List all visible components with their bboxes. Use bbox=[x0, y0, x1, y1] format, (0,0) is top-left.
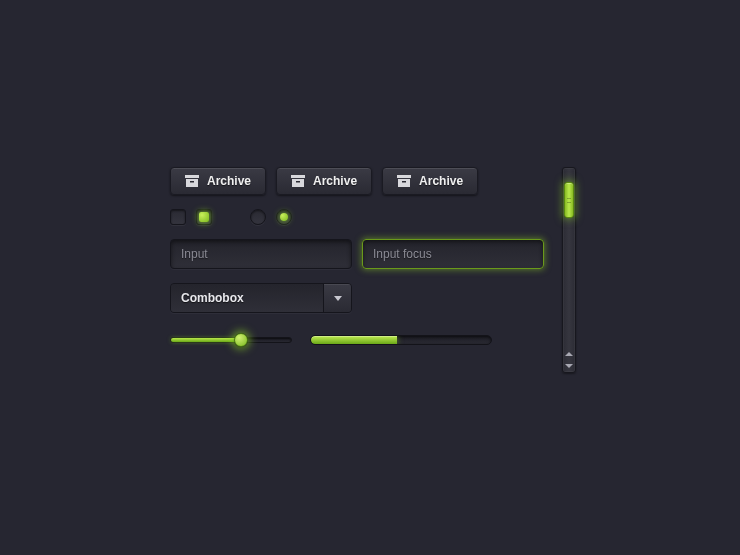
archive-icon bbox=[397, 175, 411, 187]
progress-fill bbox=[311, 336, 397, 344]
toggle-row bbox=[170, 209, 544, 225]
radio-checked[interactable] bbox=[276, 209, 292, 225]
checkbox-checked[interactable] bbox=[196, 209, 212, 225]
ui-kit-panel: Archive Archive Archive Combobox bbox=[170, 167, 544, 359]
svg-rect-4 bbox=[292, 179, 304, 187]
svg-rect-8 bbox=[402, 181, 406, 183]
svg-rect-6 bbox=[397, 175, 411, 178]
archive-icon bbox=[185, 175, 199, 187]
archive-button-3[interactable]: Archive bbox=[382, 167, 478, 195]
archive-button-2[interactable]: Archive bbox=[276, 167, 372, 195]
button-label: Archive bbox=[419, 174, 463, 188]
radio-unchecked[interactable] bbox=[250, 209, 266, 225]
text-input-focus[interactable] bbox=[362, 239, 544, 269]
svg-rect-1 bbox=[186, 179, 198, 187]
combobox-label: Combobox bbox=[171, 284, 323, 312]
progress-bar bbox=[310, 335, 492, 345]
slider-thumb[interactable] bbox=[234, 333, 248, 347]
slider-progress-row bbox=[170, 335, 544, 345]
combo-row: Combobox bbox=[170, 283, 544, 313]
scroll-up-arrow-icon[interactable] bbox=[563, 348, 575, 360]
input-row bbox=[170, 239, 544, 269]
combobox[interactable]: Combobox bbox=[170, 283, 352, 313]
button-label: Archive bbox=[207, 174, 251, 188]
svg-rect-5 bbox=[296, 181, 300, 183]
svg-rect-2 bbox=[190, 181, 194, 183]
chevron-down-icon bbox=[323, 284, 351, 312]
vertical-scrollbar[interactable] bbox=[562, 167, 576, 373]
scrollbar-thumb[interactable] bbox=[564, 182, 574, 218]
slider[interactable] bbox=[170, 337, 292, 343]
slider-fill bbox=[171, 338, 241, 342]
button-label: Archive bbox=[313, 174, 357, 188]
svg-rect-3 bbox=[291, 175, 305, 178]
svg-rect-0 bbox=[185, 175, 199, 178]
svg-rect-7 bbox=[398, 179, 410, 187]
archive-icon bbox=[291, 175, 305, 187]
button-row: Archive Archive Archive bbox=[170, 167, 544, 195]
text-input[interactable] bbox=[170, 239, 352, 269]
archive-button-1[interactable]: Archive bbox=[170, 167, 266, 195]
scroll-down-arrow-icon[interactable] bbox=[563, 360, 575, 372]
checkbox-unchecked[interactable] bbox=[170, 209, 186, 225]
